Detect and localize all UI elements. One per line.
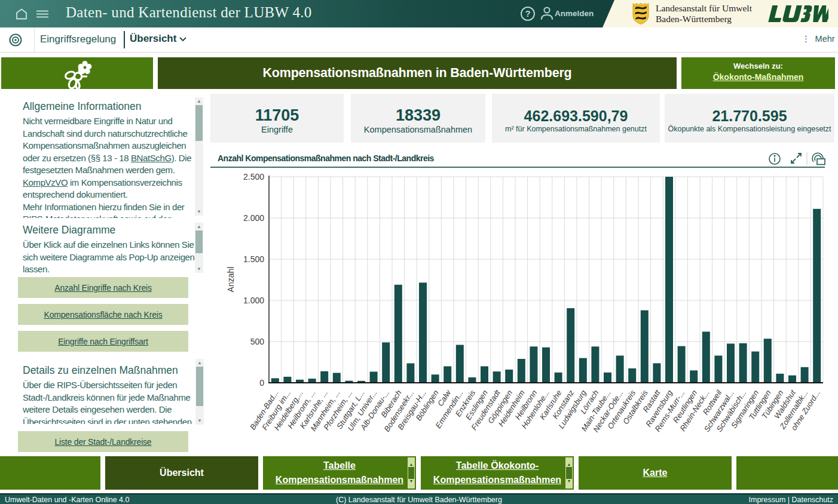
svg-text:1.500: 1.500: [243, 254, 264, 264]
svg-text:500: 500: [250, 337, 265, 346]
svg-text:Anzahl: Anzahl: [226, 267, 236, 293]
svg-text:2.000: 2.000: [243, 213, 264, 223]
svg-text:?: ?: [525, 8, 530, 19]
svg-text:0: 0: [259, 378, 264, 388]
svg-text:2.500: 2.500: [243, 172, 264, 182]
svg-text:1.000: 1.000: [243, 296, 264, 305]
